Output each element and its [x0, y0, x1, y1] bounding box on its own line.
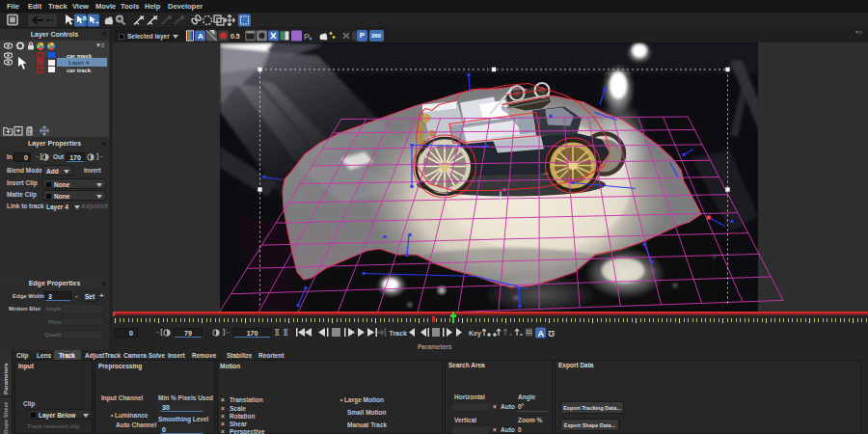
svg-text:A: A [538, 329, 545, 339]
svg-text:0.5: 0.5 [231, 33, 240, 40]
svg-text:Track: Track [390, 330, 407, 337]
svg-text:P: P [304, 31, 310, 41]
svg-text:Key: Key [469, 330, 481, 338]
svg-text:+: + [95, 19, 99, 25]
svg-text:A: A [198, 32, 203, 41]
svg-text:B: B [83, 15, 87, 21]
svg-text:Ʊ: Ʊ [548, 329, 555, 339]
